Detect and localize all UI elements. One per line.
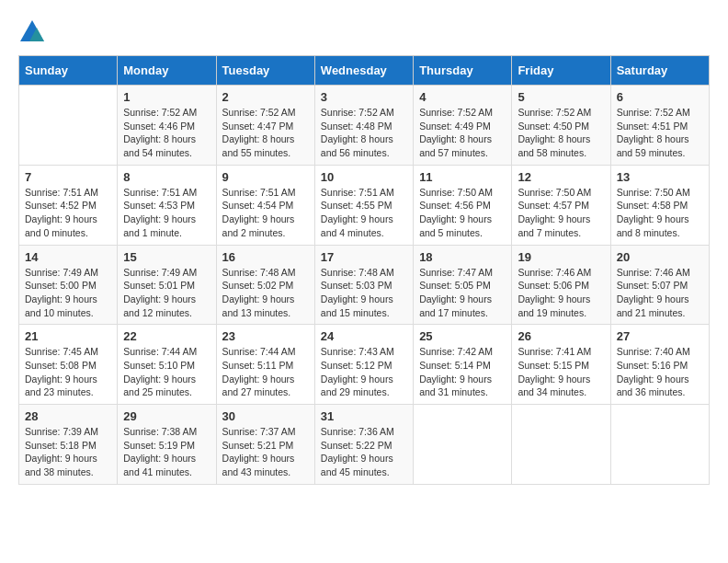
day-number: 22 [123, 329, 210, 343]
day-number: 30 [222, 409, 309, 423]
day-info: Sunrise: 7:50 AM Sunset: 4:58 PM Dayligh… [617, 186, 703, 240]
day-number: 28 [25, 409, 111, 423]
weekday-header: Tuesday [216, 56, 314, 86]
calendar-cell: 29Sunrise: 7:38 AM Sunset: 5:19 PM Dayli… [118, 405, 216, 485]
calendar-header: SundayMondayTuesdayWednesdayThursdayFrid… [19, 56, 710, 86]
calendar-week-row: 21Sunrise: 7:45 AM Sunset: 5:08 PM Dayli… [19, 325, 710, 405]
calendar-cell: 21Sunrise: 7:45 AM Sunset: 5:08 PM Dayli… [19, 325, 118, 405]
calendar-week-row: 7Sunrise: 7:51 AM Sunset: 4:52 PM Daylig… [19, 165, 710, 245]
calendar-cell: 19Sunrise: 7:46 AM Sunset: 5:06 PM Dayli… [512, 245, 610, 325]
day-number: 15 [123, 250, 210, 264]
day-number: 8 [123, 170, 210, 184]
calendar-cell: 14Sunrise: 7:49 AM Sunset: 5:00 PM Dayli… [19, 245, 118, 325]
day-info: Sunrise: 7:50 AM Sunset: 4:57 PM Dayligh… [518, 186, 604, 240]
calendar-cell: 15Sunrise: 7:49 AM Sunset: 5:01 PM Dayli… [118, 245, 216, 325]
calendar-cell: 20Sunrise: 7:46 AM Sunset: 5:07 PM Dayli… [610, 245, 709, 325]
calendar-cell: 25Sunrise: 7:42 AM Sunset: 5:14 PM Dayli… [414, 325, 512, 405]
day-info: Sunrise: 7:52 AM Sunset: 4:48 PM Dayligh… [321, 106, 407, 160]
calendar-cell: 31Sunrise: 7:36 AM Sunset: 5:22 PM Dayli… [314, 405, 413, 485]
day-info: Sunrise: 7:44 AM Sunset: 5:10 PM Dayligh… [123, 345, 210, 399]
weekday-header: Sunday [19, 56, 118, 86]
calendar-cell: 3Sunrise: 7:52 AM Sunset: 4:48 PM Daylig… [314, 86, 413, 166]
calendar-cell: 4Sunrise: 7:52 AM Sunset: 4:49 PM Daylig… [414, 86, 512, 166]
day-number: 10 [321, 170, 407, 184]
page-header [18, 18, 710, 46]
calendar-cell: 13Sunrise: 7:50 AM Sunset: 4:58 PM Dayli… [610, 165, 709, 245]
day-number: 3 [321, 90, 407, 104]
day-number: 25 [419, 329, 506, 343]
calendar-cell: 10Sunrise: 7:51 AM Sunset: 4:55 PM Dayli… [314, 165, 413, 245]
day-number: 1 [123, 90, 210, 104]
day-number: 14 [25, 250, 111, 264]
day-number: 29 [123, 409, 210, 423]
day-info: Sunrise: 7:42 AM Sunset: 5:14 PM Dayligh… [419, 345, 506, 399]
day-info: Sunrise: 7:46 AM Sunset: 5:07 PM Dayligh… [617, 266, 703, 320]
calendar-cell: 6Sunrise: 7:52 AM Sunset: 4:51 PM Daylig… [610, 86, 709, 166]
day-info: Sunrise: 7:36 AM Sunset: 5:22 PM Dayligh… [321, 425, 407, 479]
calendar-cell: 30Sunrise: 7:37 AM Sunset: 5:21 PM Dayli… [216, 405, 314, 485]
day-info: Sunrise: 7:37 AM Sunset: 5:21 PM Dayligh… [222, 425, 309, 479]
day-info: Sunrise: 7:48 AM Sunset: 5:03 PM Dayligh… [321, 266, 407, 320]
calendar-cell [610, 405, 709, 485]
day-number: 6 [617, 90, 703, 104]
day-info: Sunrise: 7:44 AM Sunset: 5:11 PM Dayligh… [222, 345, 309, 399]
day-info: Sunrise: 7:52 AM Sunset: 4:49 PM Dayligh… [419, 106, 506, 160]
day-info: Sunrise: 7:49 AM Sunset: 5:00 PM Dayligh… [25, 266, 111, 320]
calendar-cell: 12Sunrise: 7:50 AM Sunset: 4:57 PM Dayli… [512, 165, 610, 245]
logo [18, 18, 50, 46]
weekday-header: Thursday [414, 56, 512, 86]
day-info: Sunrise: 7:50 AM Sunset: 4:56 PM Dayligh… [419, 186, 506, 240]
calendar-cell: 8Sunrise: 7:51 AM Sunset: 4:53 PM Daylig… [118, 165, 216, 245]
day-info: Sunrise: 7:51 AM Sunset: 4:53 PM Dayligh… [123, 186, 210, 240]
day-number: 11 [419, 170, 506, 184]
weekday-header: Friday [512, 56, 610, 86]
calendar-cell: 11Sunrise: 7:50 AM Sunset: 4:56 PM Dayli… [414, 165, 512, 245]
day-info: Sunrise: 7:52 AM Sunset: 4:46 PM Dayligh… [123, 106, 210, 160]
calendar-week-row: 14Sunrise: 7:49 AM Sunset: 5:00 PM Dayli… [19, 245, 710, 325]
calendar-cell: 7Sunrise: 7:51 AM Sunset: 4:52 PM Daylig… [19, 165, 118, 245]
day-number: 31 [321, 409, 407, 423]
weekday-header: Wednesday [314, 56, 413, 86]
day-number: 13 [617, 170, 703, 184]
day-number: 18 [419, 250, 506, 264]
calendar-cell: 23Sunrise: 7:44 AM Sunset: 5:11 PM Dayli… [216, 325, 314, 405]
day-info: Sunrise: 7:52 AM Sunset: 4:51 PM Dayligh… [617, 106, 703, 160]
day-number: 9 [222, 170, 309, 184]
calendar-week-row: 1Sunrise: 7:52 AM Sunset: 4:46 PM Daylig… [19, 86, 710, 166]
weekday-header: Monday [118, 56, 216, 86]
day-number: 17 [321, 250, 407, 264]
day-number: 16 [222, 250, 309, 264]
calendar-cell: 22Sunrise: 7:44 AM Sunset: 5:10 PM Dayli… [118, 325, 216, 405]
calendar-cell: 27Sunrise: 7:40 AM Sunset: 5:16 PM Dayli… [610, 325, 709, 405]
day-info: Sunrise: 7:41 AM Sunset: 5:15 PM Dayligh… [518, 345, 604, 399]
calendar-cell [512, 405, 610, 485]
day-number: 26 [518, 329, 604, 343]
calendar-table: SundayMondayTuesdayWednesdayThursdayFrid… [18, 55, 710, 485]
calendar-cell: 18Sunrise: 7:47 AM Sunset: 5:05 PM Dayli… [414, 245, 512, 325]
day-info: Sunrise: 7:51 AM Sunset: 4:54 PM Dayligh… [222, 186, 309, 240]
day-number: 7 [25, 170, 111, 184]
day-number: 21 [25, 329, 111, 343]
day-number: 12 [518, 170, 604, 184]
day-number: 5 [518, 90, 604, 104]
weekday-row: SundayMondayTuesdayWednesdayThursdayFrid… [19, 56, 710, 86]
day-info: Sunrise: 7:52 AM Sunset: 4:47 PM Dayligh… [222, 106, 309, 160]
day-info: Sunrise: 7:48 AM Sunset: 5:02 PM Dayligh… [222, 266, 309, 320]
calendar-cell: 26Sunrise: 7:41 AM Sunset: 5:15 PM Dayli… [512, 325, 610, 405]
day-number: 20 [617, 250, 703, 264]
calendar-cell: 2Sunrise: 7:52 AM Sunset: 4:47 PM Daylig… [216, 86, 314, 166]
day-number: 2 [222, 90, 309, 104]
day-info: Sunrise: 7:52 AM Sunset: 4:50 PM Dayligh… [518, 106, 604, 160]
calendar-cell: 16Sunrise: 7:48 AM Sunset: 5:02 PM Dayli… [216, 245, 314, 325]
day-number: 4 [419, 90, 506, 104]
day-info: Sunrise: 7:51 AM Sunset: 4:55 PM Dayligh… [321, 186, 407, 240]
day-info: Sunrise: 7:47 AM Sunset: 5:05 PM Dayligh… [419, 266, 506, 320]
day-info: Sunrise: 7:39 AM Sunset: 5:18 PM Dayligh… [25, 425, 111, 479]
day-info: Sunrise: 7:49 AM Sunset: 5:01 PM Dayligh… [123, 266, 210, 320]
day-number: 19 [518, 250, 604, 264]
logo-icon [18, 18, 46, 46]
day-info: Sunrise: 7:45 AM Sunset: 5:08 PM Dayligh… [25, 345, 111, 399]
day-info: Sunrise: 7:40 AM Sunset: 5:16 PM Dayligh… [617, 345, 703, 399]
day-info: Sunrise: 7:38 AM Sunset: 5:19 PM Dayligh… [123, 425, 210, 479]
weekday-header: Saturday [610, 56, 709, 86]
